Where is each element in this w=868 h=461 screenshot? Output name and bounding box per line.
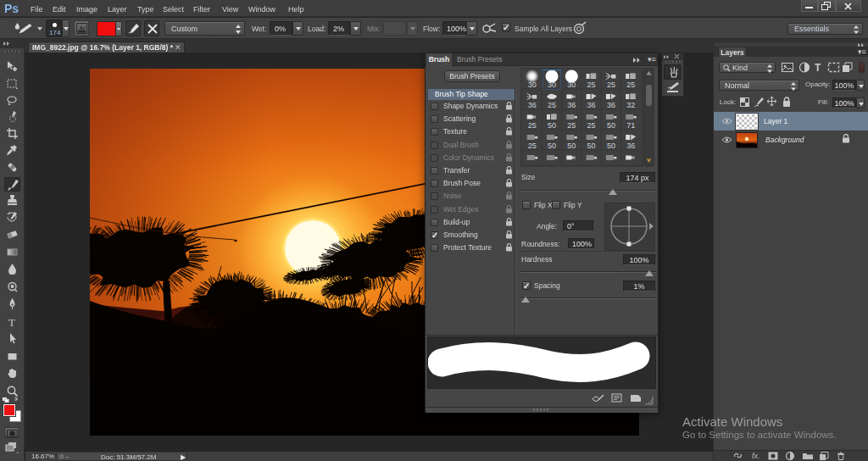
svg-text:36: 36 <box>607 101 615 109</box>
svg-text:71: 71 <box>626 121 635 130</box>
svg-text:25: 25 <box>626 81 635 89</box>
svg-text:32: 32 <box>626 101 635 109</box>
svg-text:30: 30 <box>548 81 556 89</box>
svg-text:50: 50 <box>607 121 615 130</box>
svg-text:25: 25 <box>528 142 537 150</box>
svg-text:36: 36 <box>587 101 596 109</box>
svg-text:36: 36 <box>567 101 576 109</box>
svg-text:25: 25 <box>587 81 596 89</box>
svg-text:36: 36 <box>528 101 537 109</box>
svg-text:25: 25 <box>587 121 596 130</box>
svg-text:30: 30 <box>528 81 537 89</box>
svg-text:36: 36 <box>626 142 635 150</box>
svg-text:50: 50 <box>567 142 576 150</box>
svg-text:25: 25 <box>548 101 556 109</box>
svg-text:25: 25 <box>528 121 537 130</box>
svg-text:50: 50 <box>548 121 556 130</box>
svg-text:50: 50 <box>587 142 596 150</box>
svg-text:fx.: fx. <box>752 452 760 460</box>
svg-text:30: 30 <box>567 81 576 89</box>
svg-text:T: T <box>815 62 821 73</box>
svg-text:50: 50 <box>548 142 556 150</box>
svg-text:T: T <box>8 316 15 327</box>
svg-text:25: 25 <box>567 121 576 130</box>
svg-text:25: 25 <box>607 81 615 89</box>
svg-text:50: 50 <box>607 142 615 150</box>
